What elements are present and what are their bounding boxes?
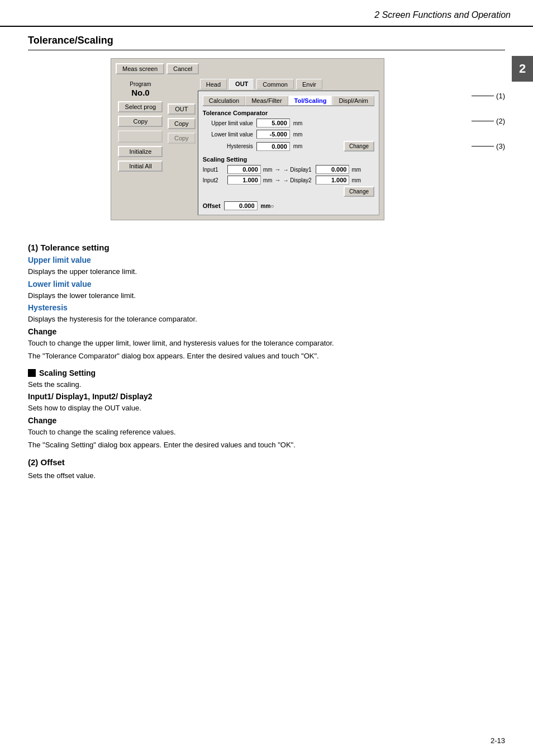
callout-2-line — [472, 121, 494, 121]
offset-section-desc: (2) Offset Sets the offset value. — [28, 457, 505, 481]
subtab-calculation[interactable]: Calculation — [203, 96, 245, 106]
display1-unit: mm — [351, 167, 361, 173]
initial-all-button[interactable]: Initial All — [118, 160, 163, 172]
tolerance-setting-heading: (1) Tolerance setting — [28, 243, 505, 252]
copy-button-sidebar[interactable]: Copy — [118, 116, 163, 127]
upper-limit-heading: Upper limit value — [28, 256, 505, 264]
outer-tabs: Head OUT Common Envir — [198, 79, 379, 89]
callout-3-label: (3) — [496, 142, 505, 150]
offset-desc: Sets the offset value. — [28, 470, 505, 481]
input-display-desc: Sets how to display the OUT value. — [28, 403, 505, 414]
input1-label: Input1 — [203, 167, 225, 173]
callout-1-line — [472, 96, 494, 96]
input2-value[interactable]: 1.000 — [227, 176, 261, 185]
meas-screen-button[interactable]: Meas screen — [116, 63, 164, 74]
tolerance-section: Tolerance Comparator Upper limit value 5… — [203, 110, 374, 152]
main-panel: Calculation Meas/Filter Tol/Scaling Disp… — [198, 91, 379, 215]
display2-unit: mm — [351, 177, 361, 183]
scaling-section: Scaling Setting Input1 0.000 mm → → Disp… — [203, 156, 374, 197]
change1-desc1: Touch to change the upper limit, lower l… — [28, 338, 505, 349]
tab-out[interactable]: OUT — [229, 79, 254, 89]
lower-limit-label: Lower limit value — [203, 131, 253, 138]
input-display-heading: Input1/ Display1, Input2/ Display2 — [28, 392, 505, 401]
upper-unit: mm — [293, 120, 303, 126]
change1-desc2: The "Tolerance Comparator" dialog box ap… — [28, 351, 505, 362]
scaling-setting-heading: Scaling Setting — [28, 368, 505, 377]
input1-unit: mm — [263, 167, 273, 173]
subtabs-row: Calculation Meas/Filter Tol/Scaling Disp… — [203, 96, 374, 106]
tab-common[interactable]: Common — [256, 79, 294, 89]
hysteresis-row: Hysteresis 0.000 mm Change — [203, 141, 374, 152]
scaling-change-row: Change — [203, 186, 374, 197]
change2-heading: Change — [28, 416, 505, 425]
ui-body: Program No.0 Select prog Copy Initialize… — [116, 79, 379, 215]
ui-sidebar: Program No.0 Select prog Copy Initialize… — [116, 79, 165, 215]
lower-limit-desc: Displays the lower tolerance limit. — [28, 290, 505, 301]
page-number: 2-13 — [491, 736, 505, 745]
tolerance-setting-section: (1) Tolerance setting Upper limit value … — [28, 243, 505, 362]
callout-3-line — [472, 146, 494, 147]
arrow2-icon: → — [274, 177, 280, 183]
lower-limit-heading: Lower limit value — [28, 280, 505, 289]
callouts: (1) (2) (3) — [467, 58, 505, 150]
upper-limit-row: Upper limit value 5.000 mm — [203, 119, 374, 127]
upper-limit-label: Upper limit value — [203, 120, 253, 126]
blank-button[interactable] — [118, 130, 163, 143]
arrow1-icon: → — [274, 166, 280, 173]
hysteresis-desc: Displays the hysteresis for the toleranc… — [28, 314, 505, 325]
hysteresis-heading: Hysteresis — [28, 303, 505, 312]
out-button-mid[interactable]: OUT — [168, 103, 196, 115]
display1-value[interactable]: 0.000 — [316, 165, 349, 174]
subtab-displ-anim[interactable]: Displ/Anim — [332, 96, 374, 106]
offset-value[interactable]: 0.000 — [224, 201, 258, 210]
select-prog-button[interactable]: Select prog — [118, 101, 163, 112]
input1-value[interactable]: 0.000 — [227, 165, 261, 174]
callout-2: (2) — [472, 117, 505, 125]
cancel-button[interactable]: Cancel — [166, 63, 199, 74]
input2-unit: mm — [263, 177, 273, 183]
lower-unit: mm — [293, 131, 303, 138]
subtab-tol-scaling[interactable]: Tol/Scaling — [288, 96, 333, 106]
change2-desc1: Touch to change the scaling reference va… — [28, 427, 505, 438]
ui-mid-column: OUT Copy Copy — [165, 79, 198, 215]
scaling-setting-desc: Sets the scaling. — [28, 379, 505, 390]
tolerance-section-label: Tolerance Comparator — [203, 110, 374, 116]
display1-label: → Display1 — [283, 167, 313, 173]
copy-button-mid[interactable]: Copy — [168, 118, 196, 129]
input1-display1-row: Input1 0.000 mm → → Display1 0.000 mm — [203, 165, 374, 174]
ui-mockup-wrapper: Meas screen Cancel Program No.0 Select p… — [28, 58, 505, 231]
tab-envir[interactable]: Envir — [296, 79, 322, 89]
upper-limit-value[interactable]: 5.000 — [256, 119, 290, 127]
initialize-button[interactable]: Initialize — [118, 146, 163, 157]
change2-desc2: The "Scaling Setting" dialog box appears… — [28, 440, 505, 451]
subtab-meas-filter[interactable]: Meas/Filter — [245, 96, 288, 106]
offset-label: Offset — [203, 202, 221, 209]
scaling-setting-section: Scaling Setting Sets the scaling. Input1… — [28, 368, 505, 451]
copy-button-mid2[interactable]: Copy — [168, 133, 196, 144]
upper-limit-desc: Displays the upper tolerance limit. — [28, 266, 505, 277]
lower-limit-value[interactable]: -5.000 — [256, 130, 290, 139]
display2-value[interactable]: 1.000 — [316, 176, 349, 185]
scaling-setting-label: Scaling Setting — [39, 368, 96, 377]
change1-heading: Change — [28, 327, 505, 336]
page-header: 2 Screen Functions and Operation — [0, 0, 533, 27]
display2-label: → Display2 — [283, 177, 313, 183]
callout-3: (3) — [472, 142, 505, 150]
page-footer: 2-13 — [491, 736, 505, 745]
hysteresis-value[interactable]: 0.000 — [256, 142, 290, 151]
callout-1: (1) — [472, 92, 505, 100]
square-icon — [28, 369, 36, 377]
input2-label: Input2 — [203, 177, 225, 183]
lower-limit-row: Lower limit value -5.000 mm — [203, 130, 374, 139]
callout-1-label: (1) — [496, 92, 505, 100]
chapter-badge: 2 — [512, 56, 533, 82]
tolerance-change-button[interactable]: Change — [344, 141, 374, 152]
scaling-change-button[interactable]: Change — [344, 186, 374, 197]
header-title: 2 Screen Functions and Operation — [374, 10, 511, 20]
main-content: Tolerance/Scaling Meas screen Cancel Pro… — [0, 29, 533, 499]
tab-head[interactable]: Head — [200, 79, 227, 89]
ui-right-panel: Head OUT Common Envir Calculation Meas/F… — [198, 79, 379, 215]
scaling-section-label: Scaling Setting — [203, 156, 374, 163]
offset-heading: (2) Offset — [28, 457, 505, 467]
hysteresis-unit: mm — [293, 143, 303, 149]
